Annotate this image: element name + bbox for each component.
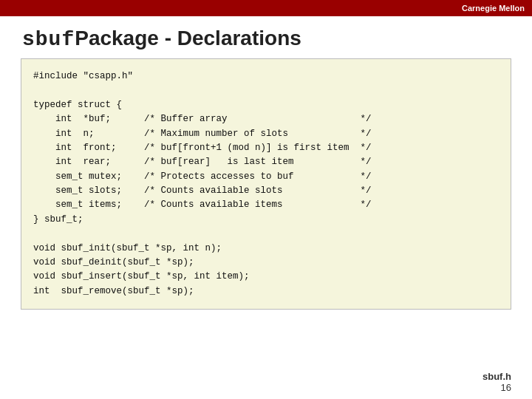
code-block: #include "csapp.h" typedef struct { int …	[21, 58, 511, 310]
brand-label: Carnegie Mellon	[462, 4, 525, 13]
title-mono: sbuf	[22, 28, 75, 51]
footer-page: 16	[482, 382, 511, 393]
title-rest: Package - Declarations	[75, 27, 301, 50]
header-bar: Carnegie Mellon	[0, 0, 532, 16]
page-title: sbuf Package - Declarations	[0, 16, 532, 58]
footer: sbuf.h 16	[482, 371, 511, 393]
code-content: #include "csapp.h" typedef struct { int …	[33, 69, 499, 299]
footer-logo: sbuf.h	[482, 371, 511, 382]
